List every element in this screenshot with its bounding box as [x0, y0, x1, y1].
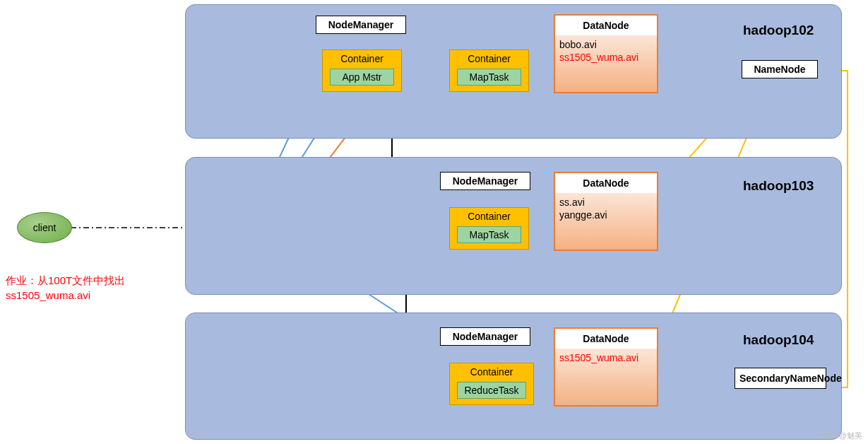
- nm-label-102: NodeManager: [328, 19, 394, 30]
- datanode-104: DataNode ss1505_wuma.avi: [554, 327, 658, 407]
- dn104-file1: ss1505_wuma.avi: [559, 352, 653, 365]
- host-label-102: hadoop102: [743, 23, 814, 38]
- dn102-file2: ss1505_wuma.avi: [559, 52, 653, 64]
- nodemanager-102: NodeManager: [316, 16, 406, 34]
- nm-label-104: NodeManager: [453, 331, 518, 342]
- namenode: NameNode: [742, 60, 818, 78]
- container-title-2: Container: [450, 53, 528, 64]
- app-master-task: App Mstr: [330, 69, 394, 86]
- dn102-file1: bobo.avi: [559, 39, 653, 52]
- container-appmstr: Container App Mstr: [322, 49, 402, 92]
- host-label-104: hadoop104: [743, 332, 814, 348]
- datanode-title-103: DataNode: [555, 173, 657, 193]
- job-line1: 作业：从100T文件中找出: [6, 273, 125, 288]
- dn103-file1: ss.avi: [559, 197, 653, 209]
- nm-label-103: NodeManager: [453, 175, 518, 187]
- dn103-file2: yangge.avi: [559, 209, 653, 222]
- client-node: client: [17, 212, 72, 243]
- container-reducetask: Container ReduceTask: [449, 363, 534, 405]
- container-title-4: Container: [450, 366, 533, 378]
- nodemanager-103: NodeManager: [440, 172, 530, 190]
- container-maptask-103: Container MapTask: [449, 207, 529, 250]
- reducetask-104: ReduceTask: [457, 382, 526, 399]
- client-label: client: [33, 222, 57, 233]
- job-line2: ss1505_wuma.avi: [6, 288, 125, 303]
- watermark-credit: CSDN @魅美: [815, 431, 862, 441]
- secondary-namenode: SecondaryNameNode: [735, 368, 826, 389]
- container-maptask-102: Container MapTask: [449, 49, 529, 92]
- maptask-102: MapTask: [457, 69, 521, 86]
- datanode-title-102: DataNode: [555, 16, 657, 35]
- maptask-103: MapTask: [457, 226, 521, 243]
- nn-label: NameNode: [754, 64, 805, 75]
- snn-label: SecondaryNameNode: [739, 373, 842, 384]
- host-label-103: hadoop103: [743, 178, 814, 194]
- datanode-title-104: DataNode: [555, 329, 657, 349]
- nodemanager-104: NodeManager: [440, 327, 530, 346]
- datanode-103: DataNode ss.avi yangge.avi: [554, 172, 658, 251]
- datanode-102: DataNode bobo.avi ss1505_wuma.avi: [554, 14, 658, 93]
- job-description: 作业：从100T文件中找出 ss1505_wuma.avi: [6, 273, 125, 303]
- container-title-1: Container: [323, 53, 401, 64]
- container-title-3: Container: [450, 211, 528, 222]
